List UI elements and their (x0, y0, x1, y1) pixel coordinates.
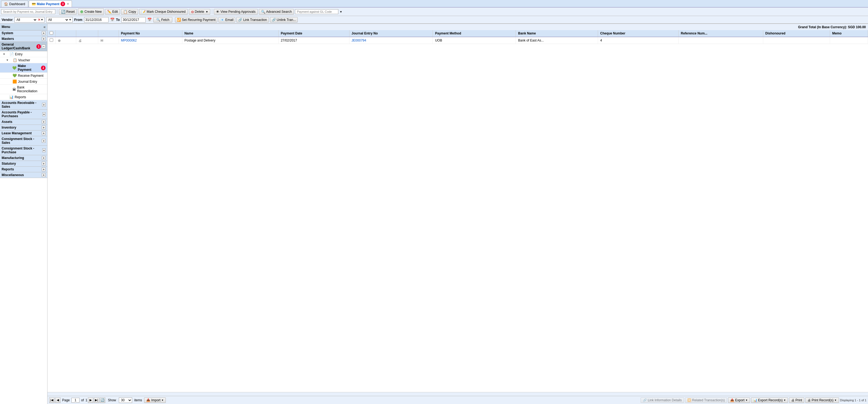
refresh-button[interactable]: 🔄 (100, 398, 105, 403)
manufacturing-expand-icon[interactable]: + (42, 156, 45, 160)
sidebar-item-reports-main[interactable]: Reports + (0, 166, 47, 172)
page-of-label: of (81, 398, 84, 402)
export-records-dropdown-icon[interactable]: ▼ (784, 399, 786, 402)
set-recurring-button[interactable]: 🔁 Set Recurring Payment (175, 17, 217, 23)
items-label: items (134, 398, 142, 402)
print-button[interactable]: 🖨 Print (789, 398, 804, 403)
sidebar-item-assets[interactable]: Assets + (0, 119, 47, 125)
sidebar-item-masters[interactable]: Masters + (0, 36, 47, 42)
edit-button[interactable]: ✏️ Edit (105, 9, 120, 14)
sidebar-item-system[interactable]: System + (0, 30, 47, 36)
sidebar-item-accounts-payable[interactable]: Accounts Payable - Purchases + (0, 110, 47, 119)
sidebar-item-lease-management[interactable]: Lease Management + (0, 130, 47, 136)
create-new-button[interactable]: ⊕ Create New (78, 8, 104, 15)
accounts-receivable-expand-icon[interactable]: + (42, 103, 45, 106)
category-select[interactable]: All (47, 18, 69, 22)
miscellaneous-expand-icon[interactable]: + (42, 173, 45, 177)
sidebar-item-inventory[interactable]: Inventory + (0, 125, 47, 130)
masters-expand-icon[interactable]: + (42, 37, 45, 41)
sidebar-item-journal-entry[interactable]: 🟧 Journal Entry (0, 79, 47, 85)
last-page-button[interactable]: ▶| (94, 398, 99, 403)
sidebar-item-consignment-sales[interactable]: Consignment Stock - Sales + (0, 136, 47, 146)
tab-make-payment[interactable]: 💳 Make Payment 3 ✕ (29, 1, 72, 7)
sidebar-item-receive-payment[interactable]: 💚 Receive Payment (0, 73, 47, 79)
system-expand-icon[interactable]: + (42, 31, 45, 35)
fetch-button[interactable]: 🔍 Fetch (153, 17, 172, 23)
advanced-search-button[interactable]: 🔍 Advanced Search (259, 9, 294, 14)
horizontal-scrollbar[interactable] (48, 392, 868, 396)
journal-entry-no-link[interactable]: JE000794 (352, 38, 366, 42)
payment-gl-input[interactable] (295, 9, 338, 14)
menu-collapse-icon[interactable]: « (43, 25, 45, 29)
copy-button[interactable]: 📋 Copy (121, 9, 138, 14)
to-date-calendar-icon[interactable]: 📅 (147, 18, 152, 22)
assets-expand-icon[interactable]: + (42, 120, 45, 124)
inventory-expand-icon[interactable]: + (42, 126, 45, 129)
voucher-toggle[interactable]: ▼ (6, 59, 9, 62)
select-all-checkbox[interactable] (50, 31, 53, 35)
tab-dashboard[interactable]: 🏠 Dashboard (1, 1, 28, 7)
prev-page-button[interactable]: ◀ (55, 398, 61, 403)
export-dropdown-icon[interactable]: ▼ (745, 399, 748, 402)
delete-dropdown-icon[interactable]: ▼ (206, 10, 208, 13)
from-date-calendar-icon[interactable]: 📅 (110, 18, 115, 22)
sidebar-item-voucher[interactable]: ▼ 📋 Voucher (0, 57, 47, 63)
to-date-input[interactable] (121, 17, 146, 23)
category-dropdown-icon[interactable]: ▼ (69, 18, 72, 21)
menu-header[interactable]: Menu « (0, 24, 47, 30)
print-records-button[interactable]: 🖨 Print Record(s) ▼ (805, 398, 839, 403)
export-label: Export (735, 398, 745, 402)
row-print-icon[interactable]: 🖨 (79, 38, 82, 42)
row-checkbox[interactable] (50, 38, 53, 42)
link-info-button[interactable]: 🔗 Link Information Details (641, 398, 684, 403)
vendor-dropdown-icon[interactable]: ▼ (41, 18, 43, 21)
sidebar-item-reports[interactable]: 📊 Reports (0, 94, 47, 100)
from-date-input[interactable] (84, 17, 108, 23)
reports-main-expand-icon[interactable]: + (42, 167, 45, 171)
entry-toggle[interactable]: ▼ (3, 53, 5, 56)
show-per-page-select[interactable]: 30 50 100 (119, 398, 132, 403)
sidebar-item-miscellaneous[interactable]: Miscellaneous + (0, 172, 47, 178)
search-input[interactable] (1, 9, 55, 14)
link-transaction-icon: 🔗 (238, 18, 242, 22)
sidebar-item-statutory[interactable]: Statutory + (0, 161, 47, 166)
print-records-dropdown-icon[interactable]: ▼ (834, 399, 837, 402)
delete-button[interactable]: ⊖ Delete ▼ (189, 9, 211, 14)
related-transaction-button[interactable]: 🔀 Related Transaction(s) (685, 398, 727, 403)
export-icon: 📤 (730, 398, 734, 402)
link-transaction-button[interactable]: 🔗 Link Transaction (236, 17, 269, 23)
accounts-payable-expand-icon[interactable]: + (42, 112, 45, 116)
unlink-transaction-button[interactable]: 🔗 Unlink Tran... (270, 17, 298, 23)
view-pending-button[interactable]: 👁 View Pending Approvals (214, 9, 257, 14)
consignment-sales-expand-icon[interactable]: + (42, 139, 45, 143)
payment-no-link[interactable]: MP000062 (121, 38, 137, 42)
sidebar-item-accounts-receivable[interactable]: Accounts Receivable - Sales + (0, 100, 47, 110)
mark-cheque-button[interactable]: 📝 Mark Cheque Dishonoured (139, 9, 187, 14)
tab-close-icon[interactable]: ✕ (67, 2, 69, 5)
vendor-clear-icon[interactable]: ✕ (38, 18, 41, 22)
statutory-expand-icon[interactable]: + (42, 162, 45, 165)
sidebar-item-gl-cash-bank[interactable]: General Ledger/Cash/Bank 1 − (0, 42, 47, 51)
sidebar-item-bank-reconciliation[interactable]: 🏛 Bank Reconciliation (0, 85, 47, 94)
row-email-icon[interactable]: ✉ (100, 38, 103, 42)
row-expand-icon[interactable]: ⊕ (58, 38, 61, 42)
import-dropdown-icon[interactable]: ▼ (161, 399, 164, 402)
export-records-button[interactable]: 📊 Export Record(s) ▼ (751, 398, 788, 403)
lease-management-expand-icon[interactable]: + (42, 131, 45, 135)
gl-cash-bank-expand-icon[interactable]: − (42, 44, 45, 48)
export-button[interactable]: 📤 Export ▼ (728, 398, 750, 403)
next-page-button[interactable]: ▶ (88, 398, 93, 403)
payment-gl-dropdown-icon[interactable]: ▼ (339, 10, 342, 13)
consignment-purchase-expand-icon[interactable]: + (42, 148, 45, 152)
first-page-button[interactable]: |◀ (49, 398, 55, 403)
sidebar-item-manufacturing[interactable]: Manufacturing + (0, 155, 47, 161)
import-button[interactable]: 📥 Import ▼ (144, 398, 166, 403)
vendor-select[interactable]: All (16, 18, 37, 22)
sidebar-item-entry[interactable]: ▼ 📄 Entry (0, 51, 47, 57)
pagination-bar: |◀ ◀ Page of 1 ▶ ▶| 🔄 Show 30 50 100 ite… (48, 396, 868, 404)
reset-button[interactable]: 🔄 Reset (59, 9, 77, 14)
email-button[interactable]: 📧 Email (218, 17, 235, 23)
page-input[interactable] (71, 398, 80, 403)
sidebar-item-consignment-purchase[interactable]: Consignment Stock - Purchase + (0, 146, 47, 155)
sidebar-item-make-payment[interactable]: 💚 Make Payment 2 (0, 63, 47, 73)
